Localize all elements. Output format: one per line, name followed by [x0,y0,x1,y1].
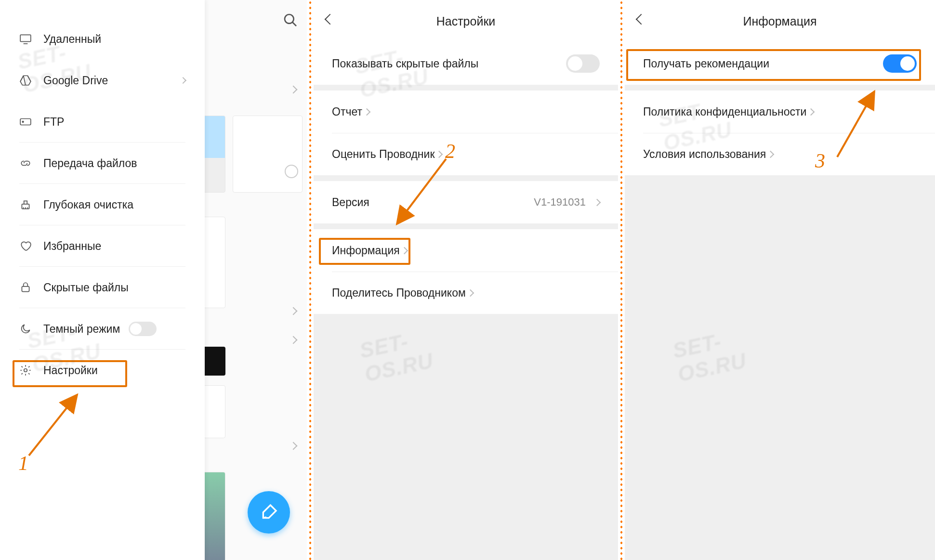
pane-settings: Настройки Показывать скрытые файлы Отчет… [314,0,618,560]
drawer-label: FTP [43,116,64,129]
link-icon [19,157,32,169]
thumbnail[interactable] [202,347,225,376]
row-label: Версия [332,196,369,209]
chevron-right-icon [466,289,474,297]
drawer-item-favorites[interactable]: Избранные [0,225,205,267]
drawer-label: Избранные [43,240,101,253]
monitor-icon [19,33,32,45]
darkmode-toggle[interactable] [129,322,157,336]
chevron-right-icon [807,108,815,116]
navigation-drawer: Удаленный Google Drive FTP Передача файл… [0,0,205,560]
row-label: Показывать скрытые файлы [332,57,478,70]
chevron-right-icon [290,442,298,450]
page-title: Настройки [436,14,496,28]
gdrive-icon [19,74,32,87]
row-label: Оценить Проводник [332,148,435,161]
thumbnail[interactable] [233,116,303,193]
chevron-right-icon [401,247,408,254]
row-label: Условия использования [643,148,766,161]
file-grid-backdrop [205,0,307,560]
drawer-label: Google Drive [43,74,108,87]
drawer-item-darkmode[interactable]: Темный режим [0,308,205,350]
row-label: Поделитесь Проводником [332,287,466,300]
row-label: Получать рекомендации [643,57,769,70]
row-rate[interactable]: Оценить Проводник [314,133,618,175]
svg-point-8 [24,369,27,372]
row-info[interactable]: Информация [314,229,618,272]
hidden-files-toggle[interactable] [566,54,600,73]
gear-icon [19,364,32,377]
chevron-right-icon [180,77,186,84]
chevron-right-icon [290,307,298,315]
pane-info: Информация Получать рекомендации Политик… [625,0,935,560]
chevron-right-icon [290,336,298,344]
broom-icon [19,198,32,211]
moon-icon [19,323,32,335]
page-title: Информация [743,14,816,28]
row-terms[interactable]: Условия использования [625,133,935,175]
drawer-label: Глубокая очистка [43,198,133,211]
chevron-right-icon [767,150,775,158]
drawer-item-hidden[interactable]: Скрытые файлы [0,267,205,308]
row-recommendations[interactable]: Получать рекомендации [625,42,935,85]
chevron-right-icon [435,150,443,158]
search-icon[interactable] [283,13,298,28]
back-button[interactable] [636,14,647,25]
svg-point-0 [285,14,294,24]
row-label: Отчет [332,105,362,118]
drawer-item-remote[interactable]: Удаленный [0,18,205,60]
recommendations-toggle[interactable] [883,54,917,73]
row-privacy[interactable]: Политика конфиденциальности [625,91,935,133]
heart-icon [19,240,32,252]
version-value: V1-191031 [534,196,586,208]
drawer-label: Передача файлов [43,157,137,170]
drawer-item-transfer[interactable]: Передача файлов [0,143,205,184]
drawer-item-deepclean[interactable]: Глубокая очистка [0,184,205,225]
chevron-right-icon [593,198,601,206]
header: Настройки [314,0,618,42]
drawer-label: Настройки [43,364,98,377]
pane-separator [619,0,623,560]
row-share[interactable]: Поделитесь Проводником [314,272,618,314]
svg-point-5 [22,121,24,123]
pane-file-manager: Удаленный Google Drive FTP Передача файл… [0,0,307,560]
thumbnail[interactable] [202,385,225,438]
row-label: Политика конфиденциальности [643,105,806,118]
chevron-right-icon [290,86,298,94]
row-show-hidden[interactable]: Показывать скрытые файлы [314,42,618,85]
row-report[interactable]: Отчет [314,91,618,133]
drawer-item-gdrive[interactable]: Google Drive [0,60,205,101]
header: Информация [625,0,935,42]
lock-icon [19,281,32,294]
pane-separator [308,0,312,560]
back-button[interactable] [325,14,336,25]
drawer-item-ftp[interactable]: FTP [0,101,205,143]
svg-line-1 [292,22,296,26]
drawer-item-settings[interactable]: Настройки [0,350,205,391]
clean-fab-button[interactable] [248,491,290,534]
ftp-icon [19,116,32,128]
row-label: Информация [332,244,400,257]
drawer-label: Скрытые файлы [43,281,129,294]
thumbnail[interactable] [202,217,225,308]
thumbnail[interactable] [202,472,225,560]
svg-rect-2 [20,35,31,41]
thumbnail[interactable] [202,116,225,193]
drawer-label: Темный режим [43,323,120,336]
drawer-label: Удаленный [43,33,101,46]
chevron-right-icon [363,108,371,116]
row-version[interactable]: Версия V1-191031 [314,181,618,223]
select-radio[interactable] [285,165,298,178]
svg-rect-7 [22,287,29,292]
